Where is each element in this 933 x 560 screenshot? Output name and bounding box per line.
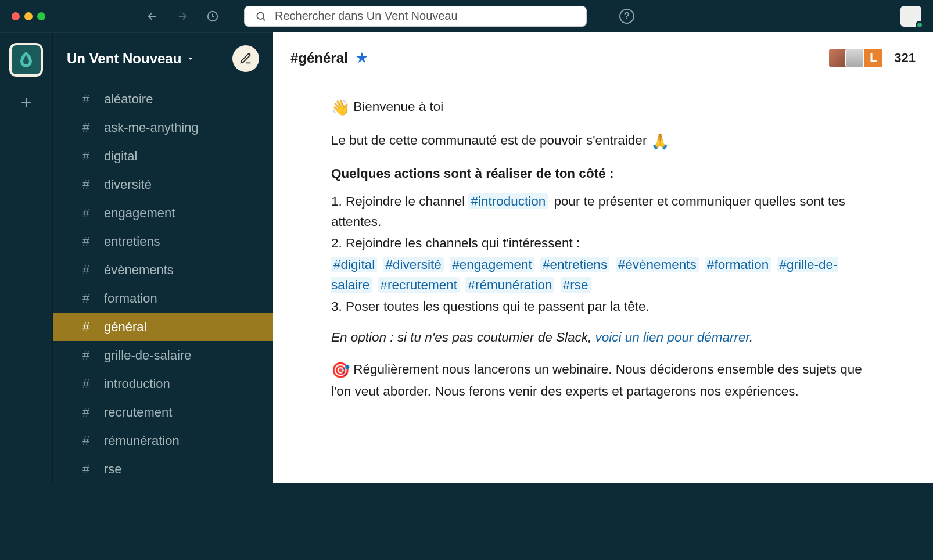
channel-title: #général (290, 50, 348, 66)
channel-label: général (104, 320, 146, 335)
sidebar-channel-grille-de-salaire[interactable]: #grille-de-salaire (53, 341, 273, 369)
hash-icon: # (81, 320, 91, 335)
top-toolbar: Rechercher dans Un Vent Nouveau ? (0, 0, 933, 32)
message-line: 🎯 Régulièrement nous lancerons un webina… (331, 358, 863, 402)
channel-mention[interactable]: #introduction (468, 193, 548, 209)
forward-button[interactable] (172, 6, 193, 27)
hash-icon: # (81, 291, 91, 306)
wave-emoji-icon: 👋 (331, 96, 350, 119)
close-window-icon[interactable] (12, 12, 20, 20)
sidebar-channel-entretiens[interactable]: #entretiens (53, 227, 273, 256)
message-list-item: 1. Rejoindre le channel #introduction po… (331, 192, 863, 232)
channel-header: #général ★ L 321 (273, 32, 933, 84)
user-avatar[interactable] (900, 6, 921, 27)
compose-button[interactable] (232, 45, 259, 72)
channel-mention[interactable]: #évènements (616, 257, 699, 272)
channel-mention[interactable]: #recrutement (378, 277, 460, 293)
add-workspace-button[interactable]: + (21, 93, 32, 112)
channel-mention[interactable]: #diversité (383, 257, 444, 272)
sidebar-channel-diversite[interactable]: #diversité (53, 170, 273, 199)
channel-label: formation (104, 291, 157, 306)
sidebar-channel-engagement[interactable]: #engagement (53, 199, 273, 227)
presence-indicator-icon (916, 21, 924, 29)
window-controls (12, 12, 45, 20)
clock-icon (206, 10, 219, 23)
channel-label: rémunération (104, 433, 180, 448)
channel-label: rse (104, 462, 122, 477)
channel-mention[interactable]: #rse (561, 277, 591, 293)
channel-mention[interactable]: #engagement (450, 257, 534, 272)
hash-icon: # (81, 462, 91, 477)
pray-emoji-icon: 🙏 (651, 130, 669, 153)
member-count: 321 (894, 51, 916, 66)
sidebar-channel-recrutement[interactable]: #recrutement (53, 398, 273, 426)
search-placeholder: Rechercher dans Un Vent Nouveau (275, 9, 458, 23)
workspace-header: Un Vent Nouveau (53, 33, 273, 85)
channel-label: entretiens (104, 234, 160, 249)
channel-label: ask-me-anything (104, 120, 199, 135)
hash-icon: # (81, 348, 91, 363)
sidebar-channel-rse[interactable]: #rse (53, 455, 273, 483)
back-button[interactable] (142, 6, 163, 27)
member-avatar: L (863, 48, 884, 69)
minimize-window-icon[interactable] (24, 12, 33, 20)
channel-label: diversité (104, 177, 152, 192)
sidebar-channel-formation[interactable]: #formation (53, 284, 273, 313)
content-pane: #général ★ L 321 👋 Bienvenue à toi (273, 32, 933, 483)
hash-icon: # (81, 376, 91, 392)
channel-label: engagement (104, 206, 175, 221)
channel-mention[interactable]: #digital (331, 257, 377, 272)
workspace-name: Un Vent Nouveau (67, 51, 181, 67)
compose-icon (239, 52, 252, 65)
message-line: En option : si tu n'es pas coutumier de … (331, 328, 863, 348)
workspace-rail: + (0, 32, 52, 483)
maximize-window-icon[interactable] (37, 12, 45, 20)
channel-title-wrap[interactable]: #général ★ (290, 50, 368, 66)
channel-list: #aléatoire#ask-me-anything#digital#diver… (53, 85, 273, 483)
channel-label: évènements (104, 263, 174, 278)
message-list: 👋 Bienvenue à toi Le but de cette commun… (273, 84, 933, 483)
workspace-switcher[interactable]: Un Vent Nouveau (67, 51, 195, 67)
search-input[interactable]: Rechercher dans Un Vent Nouveau (244, 6, 587, 27)
message-list-item: 3. Poser toutes les questions qui te pas… (331, 297, 863, 317)
sidebar-channel-general[interactable]: #général (53, 313, 273, 341)
link[interactable]: voici un lien pour démarrer (595, 330, 750, 344)
chevron-down-icon (186, 54, 195, 63)
channel-label: aléatoire (104, 92, 153, 107)
message-heading: Quelques actions sont à réaliser de ton … (331, 164, 863, 184)
sidebar: Un Vent Nouveau #aléatoire#ask-me-anythi… (52, 32, 273, 483)
channel-label: introduction (104, 376, 170, 392)
sidebar-channel-evenements[interactable]: #évènements (53, 256, 273, 284)
message-line: 👋 Bienvenue à toi (331, 96, 863, 119)
hash-icon: # (81, 206, 91, 221)
channel-mention[interactable]: #entretiens (540, 257, 609, 272)
sidebar-channel-aleatoire[interactable]: #aléatoire (53, 85, 273, 113)
message-list-item: 2. Rejoindre les channels qui t'intéress… (331, 234, 863, 254)
sidebar-channel-remuneration[interactable]: #rémunération (53, 426, 273, 455)
channel-label: grille-de-salaire (104, 348, 191, 363)
arrow-right-icon (176, 10, 189, 23)
hash-icon: # (81, 263, 91, 278)
hash-icon: # (81, 177, 91, 192)
member-avatar-stack[interactable]: L (828, 48, 884, 69)
svg-point-1 (257, 12, 264, 19)
message-line: Le but de cette communauté est de pouvoi… (331, 130, 863, 153)
channel-mention[interactable]: #formation (705, 257, 771, 272)
target-emoji-icon: 🎯 (331, 358, 350, 382)
channel-mention-row: #digital #diversité #engagement #entreti… (331, 255, 863, 296)
help-button[interactable]: ? (619, 9, 634, 24)
hash-icon: # (81, 234, 91, 249)
star-icon[interactable]: ★ (356, 51, 368, 66)
hash-icon: # (81, 120, 91, 135)
channel-mention[interactable]: #rémunération (465, 277, 554, 293)
leaf-icon (16, 50, 36, 70)
arrow-left-icon (146, 10, 159, 23)
sidebar-channel-ask-me-anything[interactable]: #ask-me-anything (53, 113, 273, 142)
history-button[interactable] (202, 6, 223, 27)
sidebar-channel-introduction[interactable]: #introduction (53, 369, 273, 398)
hash-icon: # (81, 149, 91, 164)
hash-icon: # (81, 433, 91, 448)
sidebar-channel-digital[interactable]: #digital (53, 142, 273, 170)
workspace-icon[interactable] (9, 43, 43, 77)
search-icon (255, 10, 267, 22)
